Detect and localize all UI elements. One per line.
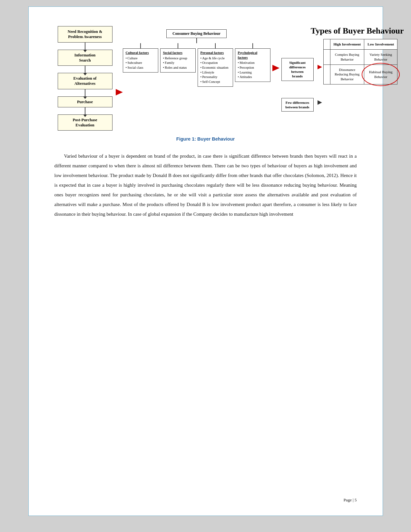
table-cell-variety: Variety SeekingBehavior — [364, 49, 397, 64]
factor-item: Motivation — [238, 61, 268, 65]
types-title: Types of Buyer Behaviour — [281, 26, 404, 36]
factor-item: Roles and status — [163, 65, 193, 70]
table-cell-complex: Complex BuyingBehavior — [330, 49, 364, 64]
flowchart: Need Recognition &Problem Awareness Info… — [54, 26, 116, 131]
factor-col-personal: Personal factors Age & life cycle Occupa… — [198, 43, 233, 87]
factor-box-cultural: Cultural factors Culture Subculture Soci… — [123, 48, 158, 73]
body-text: Varied behaviour of a buyer is dependent… — [54, 151, 357, 219]
flow-box-need: Need Recognition &Problem Awareness — [58, 26, 113, 43]
factor-line-psychological — [252, 43, 253, 48]
table-cell-habitual: Habitual BuyingBehavior — [364, 64, 397, 84]
page-number: Page | 5 — [344, 498, 357, 503]
factor-list-psychological: Motivation Perception Learning Attitudes — [238, 61, 268, 80]
factor-item: Social class — [126, 65, 155, 70]
factor-box-psychological: Psychological factors Motivation Percept… — [235, 48, 270, 82]
table-row-significant: Complex BuyingBehavior Variety SeekingBe… — [323, 49, 397, 64]
factor-item: Culture — [126, 56, 155, 61]
brand-arrows — [318, 49, 322, 120]
red-arrow-2-icon — [272, 65, 279, 71]
red-arrow-icon — [116, 89, 123, 95]
factor-title-social: Social factors — [163, 51, 193, 55]
table-cell-sig-label — [323, 49, 330, 64]
flow-arrow-3 — [85, 89, 85, 96]
brands-and-table: Significantdifferences betweenbrands Few… — [281, 39, 404, 120]
table-header-low: Low Involvement — [364, 39, 397, 50]
factor-title-cultural: Cultural factors — [126, 51, 155, 55]
page: Need Recognition &Problem Awareness Info… — [28, 6, 383, 516]
factor-item: Family — [163, 61, 193, 65]
factor-title-psychological: Psychological factors — [238, 51, 268, 60]
table-header-empty — [323, 39, 330, 50]
factor-list-social: Reference group Family Roles and status — [163, 56, 193, 70]
factor-col-social: Social factors Reference group Family Ro… — [160, 43, 196, 73]
factor-line-personal — [215, 43, 216, 48]
table-row-few: DissonanceReducing BuyingBehavior Habitu… — [323, 64, 397, 84]
factor-list-cultural: Culture Subculture Social class — [126, 56, 155, 70]
body-paragraph: Varied behaviour of a buyer is dependent… — [54, 151, 357, 219]
buyer-behaviour-table: High Involvement Low Involvement Complex… — [323, 39, 398, 84]
factor-item: Lifestyle — [201, 70, 230, 75]
middle-section: Consumer Buying Behaviour Cultural facto… — [123, 26, 270, 87]
factor-item: Subculture — [126, 61, 155, 65]
factor-item: Self-Concept — [201, 80, 230, 84]
consumer-line — [196, 38, 197, 43]
flow-arrow-1 — [85, 43, 85, 50]
factor-item: Perception — [238, 65, 268, 70]
factor-item: Learning — [238, 70, 268, 75]
brands-col: Significantdifferences betweenbrands Few… — [281, 49, 314, 120]
consumer-box: Consumer Buying Behaviour — [166, 29, 227, 38]
table-cell-dissonance: DissonanceReducing BuyingBehavior — [330, 64, 364, 84]
factor-item: Attitudes — [238, 75, 268, 80]
factor-item: Occupation — [201, 61, 230, 65]
flow-arrow-2 — [85, 66, 85, 73]
factor-title-personal: Personal factors — [201, 51, 230, 55]
factors-row: Cultural factors Culture Subculture Soci… — [123, 43, 270, 87]
flow-arrow-4 — [85, 107, 85, 114]
habitual-circle-icon — [362, 63, 400, 86]
factor-item: Economic situation — [201, 65, 230, 70]
red-arrow-connector — [116, 89, 123, 95]
diagram-area: Need Recognition &Problem Awareness Info… — [54, 26, 357, 131]
factor-line-cultural — [140, 43, 141, 48]
factor-item: Reference group — [163, 56, 193, 61]
figure-caption: Figure 1: Buyer Behaviour — [54, 136, 357, 142]
brand-arrow-2-icon — [318, 100, 322, 105]
factor-list-personal: Age & life cycle Occupation Economic sit… — [201, 56, 230, 84]
brands-label-significant: Significantdifferences betweenbrands — [281, 58, 314, 81]
brands-label-few: Few differencesbetween brands — [281, 98, 314, 112]
factor-col-psychological: Psychological factors Motivation Percept… — [235, 43, 270, 82]
factor-item: Age & life cycle — [201, 56, 230, 61]
factor-box-personal: Personal factors Age & life cycle Occupa… — [198, 48, 233, 87]
brand-arrow-1-icon — [318, 65, 322, 69]
table-cell-few-label — [323, 64, 330, 84]
factor-col-cultural: Cultural factors Culture Subculture Soci… — [123, 43, 158, 73]
right-section: Types of Buyer Behaviour Significantdiff… — [281, 26, 404, 120]
red-arrow-2-area — [272, 65, 279, 71]
factor-line-social — [178, 43, 178, 48]
factor-box-social: Social factors Reference group Family Ro… — [160, 48, 196, 73]
factor-item: Personality — [201, 75, 230, 80]
table-header-high: High Involvement — [330, 39, 364, 50]
